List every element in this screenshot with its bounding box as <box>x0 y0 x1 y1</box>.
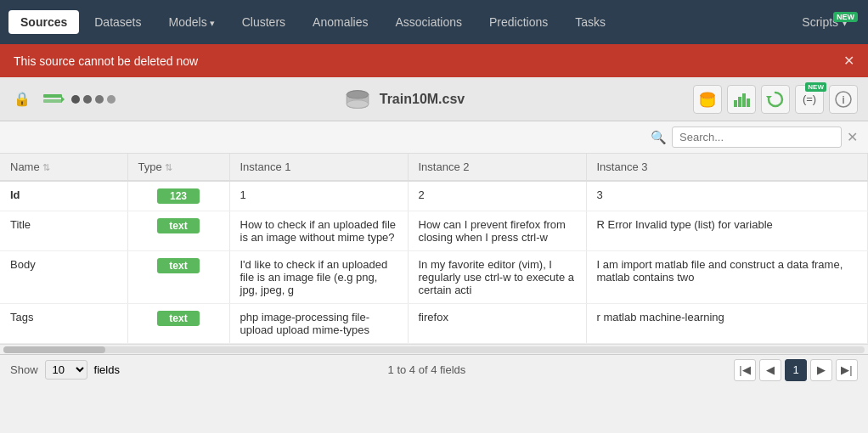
type-badge-3: text <box>157 311 200 326</box>
cell-inst3-1: R Error Invalid type (list) for variable <box>586 211 868 251</box>
cell-type-1: text <box>127 211 229 251</box>
cell-inst2-0: 2 <box>408 181 586 211</box>
field-type-icon[interactable] <box>41 87 65 111</box>
dataset-icon-btn[interactable] <box>693 85 722 114</box>
alert-bar: This source cannot be deleted now ✕ <box>0 44 868 77</box>
horizontal-scrollbar[interactable] <box>0 344 868 354</box>
show-count-select[interactable]: 10 25 50 <box>45 360 87 380</box>
svg-marker-10 <box>766 96 772 99</box>
alert-message: This source cannot be deleted now <box>14 54 198 68</box>
refresh-icon-btn[interactable] <box>761 85 790 114</box>
toolbar-filename: Train10M.csv <box>380 92 465 107</box>
progress-dots <box>71 95 116 104</box>
nav-item-tasks[interactable]: Tasks <box>563 10 617 34</box>
cell-name-2: Body <box>0 251 127 304</box>
cell-inst3-3: r matlab machine-learning <box>586 304 868 344</box>
navbar: Sources Datasets Models Clusters Anomali… <box>0 0 868 44</box>
footer-bar: Show 10 25 50 fields 1 to 4 of 4 fields … <box>0 354 868 385</box>
nav-item-scripts[interactable]: Scripts ▾ NEW <box>790 10 860 34</box>
cell-inst1-0: 1 <box>229 181 408 211</box>
dot-3 <box>95 95 104 104</box>
cell-inst2-2: In my favorite editor (vim), I regularly… <box>408 251 586 304</box>
svg-rect-8 <box>742 93 746 107</box>
cell-name-3: Tags <box>0 304 127 344</box>
cell-type-2: text <box>127 251 229 304</box>
nav-item-sources[interactable]: Sources <box>8 10 79 34</box>
show-label: Show <box>10 363 38 376</box>
scripts-new-badge: NEW <box>833 12 858 22</box>
dot-4 <box>107 95 116 104</box>
nav-item-associations[interactable]: Associations <box>383 10 474 34</box>
search-input[interactable] <box>672 127 842 148</box>
data-table: Name Type Instance 1 Instance 2 Instance… <box>0 154 868 344</box>
cell-name-0: Id <box>0 181 127 211</box>
nav-item-datasets[interactable]: Datasets <box>82 10 153 34</box>
scrollbar-track <box>3 346 865 353</box>
page-first-button[interactable]: |◀ <box>734 359 756 381</box>
col-header-type[interactable]: Type <box>127 154 229 181</box>
svg-point-3 <box>347 90 369 98</box>
table-row: Tags text php image-processing file-uplo… <box>0 304 868 344</box>
menu-icon-btn[interactable]: (=) NEW <box>795 85 824 114</box>
scrollbar-thumb[interactable] <box>3 346 105 353</box>
toolbar: 🔒 Train10M.csv <box>0 77 868 121</box>
svg-rect-9 <box>747 98 750 107</box>
table-body: Id 123 1 2 3 Title text How to check if … <box>0 181 868 344</box>
search-icon: 🔍 <box>651 130 667 145</box>
lock-icon: 🔒 <box>10 87 34 111</box>
type-badge-1: text <box>157 218 200 233</box>
svg-rect-7 <box>738 97 741 107</box>
cell-inst1-1: How to check if an uploaded file is an i… <box>229 211 408 251</box>
svg-marker-2 <box>61 96 65 103</box>
nav-item-predictions[interactable]: Predictions <box>477 10 560 34</box>
page-last-button[interactable]: ▶| <box>836 359 858 381</box>
nav-item-clusters[interactable]: Clusters <box>230 10 297 34</box>
nav-item-anomalies[interactable]: Anomalies <box>301 10 380 34</box>
pagination-info: 1 to 4 of 4 fields <box>127 363 727 376</box>
svg-rect-1 <box>43 99 62 103</box>
data-table-area: Name Type Instance 1 Instance 2 Instance… <box>0 154 868 344</box>
database-icon <box>344 87 371 111</box>
cell-type-0: 123 <box>127 181 229 211</box>
info-icon-btn[interactable]: i <box>829 85 858 114</box>
col-header-inst1: Instance 1 <box>229 154 408 181</box>
cell-inst1-3: php image-processing file-upload upload … <box>229 304 408 344</box>
page-prev-button[interactable]: ◀ <box>759 359 781 381</box>
col-header-inst2: Instance 2 <box>408 154 586 181</box>
table-row: Id 123 1 2 3 <box>0 181 868 211</box>
dot-1 <box>71 95 80 104</box>
cell-inst2-3: firefox <box>408 304 586 344</box>
col-header-inst3: Instance 3 <box>586 154 868 181</box>
col-header-name[interactable]: Name <box>0 154 127 181</box>
alert-close-button[interactable]: ✕ <box>843 53 854 69</box>
svg-text:i: i <box>842 93 845 106</box>
cell-type-3: text <box>127 304 229 344</box>
svg-point-4 <box>347 99 369 108</box>
svg-rect-0 <box>43 94 62 98</box>
type-badge-0: 123 <box>157 188 200 204</box>
menu-new-badge: NEW <box>805 82 826 92</box>
search-bar: 🔍 ✕ <box>0 121 868 154</box>
dot-2 <box>83 95 92 104</box>
page-1-button[interactable]: 1 <box>785 359 807 381</box>
search-clear-button[interactable]: ✕ <box>847 129 858 145</box>
stats-icon-btn[interactable] <box>727 85 756 114</box>
nav-item-models[interactable]: Models <box>157 10 227 34</box>
table-row: Title text How to check if an uploaded f… <box>0 211 868 251</box>
svg-point-5 <box>701 93 714 98</box>
cell-name-1: Title <box>0 211 127 251</box>
type-badge-2: text <box>157 258 200 273</box>
table-row: Body text I'd like to check if an upload… <box>0 251 868 304</box>
pagination-controls: |◀ ◀ 1 ▶ ▶| <box>734 359 858 381</box>
fields-label: fields <box>94 363 120 376</box>
table-header-row: Name Type Instance 1 Instance 2 Instance… <box>0 154 868 181</box>
cell-inst3-2: I am import matlab file and construct a … <box>586 251 868 304</box>
svg-rect-6 <box>734 100 737 107</box>
page-next-button[interactable]: ▶ <box>810 359 832 381</box>
cell-inst1-2: I'd like to check if an uploaded file is… <box>229 251 408 304</box>
cell-inst3-0: 3 <box>586 181 868 211</box>
cell-inst2-1: How can I prevent firefox from closing w… <box>408 211 586 251</box>
